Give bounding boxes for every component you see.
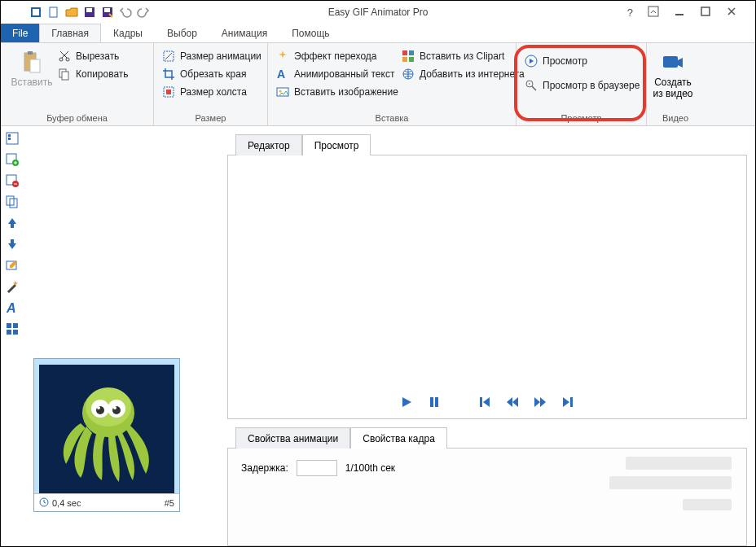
svg-rect-8 xyxy=(675,14,683,15)
help-icon[interactable]: ? xyxy=(627,7,633,19)
svg-rect-25 xyxy=(402,57,407,62)
save-icon[interactable] xyxy=(83,6,96,19)
frames-list-icon[interactable] xyxy=(5,131,20,146)
transition-button[interactable]: Эффект перехода xyxy=(276,50,398,63)
tab-main[interactable]: Главная xyxy=(39,24,101,42)
anim-text-button[interactable]: A Анимированный текст xyxy=(276,68,398,81)
tab-frame-props[interactable]: Свойства кадра xyxy=(350,427,447,449)
group-label-preview: Просмотр xyxy=(516,111,646,125)
tab-anim-props[interactable]: Свойства анимации xyxy=(235,427,350,449)
svg-rect-45 xyxy=(13,323,18,328)
tab-frames[interactable]: Кадры xyxy=(101,24,155,42)
svg-point-22 xyxy=(279,90,282,93)
play-button[interactable] xyxy=(400,396,413,413)
svg-rect-60 xyxy=(480,397,482,407)
delay-input[interactable] xyxy=(297,460,337,476)
placeholder-block xyxy=(609,476,732,489)
minimize-button[interactable] xyxy=(674,6,685,20)
svg-rect-19 xyxy=(166,90,171,94)
last-button[interactable] xyxy=(561,396,574,413)
move-up-icon[interactable] xyxy=(5,216,20,230)
from-internet-button[interactable]: Добавить из интернета xyxy=(402,68,525,81)
frame-properties-panel: Задержка: 1/100th сек xyxy=(227,449,747,546)
close-button[interactable] xyxy=(726,6,737,20)
tab-select[interactable]: Выбор xyxy=(155,24,209,42)
ribbon-toggle-icon[interactable] xyxy=(648,6,659,20)
tab-help[interactable]: Помощь xyxy=(279,24,341,42)
crop-icon xyxy=(162,68,175,81)
delay-label: Задержка: xyxy=(241,462,288,474)
clipart-icon xyxy=(402,50,415,63)
svg-rect-32 xyxy=(8,134,11,137)
undo-icon[interactable] xyxy=(119,6,132,19)
resize-icon xyxy=(162,50,175,63)
svg-rect-2 xyxy=(50,7,57,17)
text-tool-icon[interactable]: A xyxy=(5,300,20,315)
first-button[interactable] xyxy=(478,396,491,413)
ribbon: Вставить Вырезать Копировать xyxy=(1,43,755,126)
svg-rect-58 xyxy=(430,397,433,407)
maximize-button[interactable] xyxy=(700,6,711,20)
tab-editor[interactable]: Редактор xyxy=(235,134,302,155)
duplicate-frame-icon[interactable] xyxy=(5,195,20,209)
preview-canvas xyxy=(228,155,746,389)
next-button[interactable] xyxy=(534,396,547,413)
frame-duration: 0,4 sec xyxy=(52,498,81,508)
add-frame-icon[interactable] xyxy=(5,152,20,167)
cut-button[interactable]: Вырезать xyxy=(58,50,129,63)
video-icon xyxy=(660,50,686,76)
text-anim-icon: A xyxy=(276,68,289,81)
frame-index: #5 xyxy=(165,498,174,508)
create-from-video-button[interactable]: Создать из видео xyxy=(650,48,696,100)
move-down-icon[interactable] xyxy=(5,237,20,252)
magic-wand-icon[interactable] xyxy=(5,279,20,294)
svg-rect-61 xyxy=(570,397,573,407)
anim-size-button[interactable]: Размер анимации xyxy=(162,50,262,63)
prev-button[interactable] xyxy=(506,396,519,413)
playback-controls xyxy=(228,389,746,418)
crop-button[interactable]: Обрезать края xyxy=(162,68,262,81)
grid-view-icon[interactable] xyxy=(5,322,20,336)
svg-rect-11 xyxy=(28,51,33,55)
svg-rect-47 xyxy=(13,330,18,335)
save-as-icon[interactable] xyxy=(101,6,114,19)
insert-image-button[interactable]: Вставить изображение xyxy=(276,85,398,98)
preview-button[interactable]: Просмотр xyxy=(525,55,640,68)
preview-area xyxy=(227,155,747,419)
redo-icon[interactable] xyxy=(137,6,150,19)
open-icon[interactable] xyxy=(65,6,78,19)
svg-rect-16 xyxy=(62,72,68,80)
frame-thumbnail[interactable]: 0,4 sec #5 xyxy=(33,358,180,512)
svg-rect-6 xyxy=(104,8,110,12)
tab-preview[interactable]: Просмотр xyxy=(302,134,371,155)
clipart-button[interactable]: Вставить из Clipart xyxy=(402,50,525,63)
copy-button[interactable]: Копировать xyxy=(58,68,129,81)
tab-file[interactable]: File xyxy=(1,24,39,42)
ribbon-tabs: File Главная Кадры Выбор Анимация Помощь xyxy=(1,24,755,43)
remove-frame-icon[interactable] xyxy=(5,173,20,188)
delay-unit: 1/100th сек xyxy=(345,462,395,474)
globe-icon xyxy=(402,68,415,81)
clock-icon xyxy=(39,497,49,509)
svg-rect-40 xyxy=(11,224,14,228)
preview-browser-button[interactable]: Просмотр в браузере xyxy=(525,79,640,92)
frame-image xyxy=(39,365,174,493)
frames-panel: 0,4 sec #5 xyxy=(24,126,227,546)
svg-rect-23 xyxy=(402,50,407,55)
tab-animation[interactable]: Анимация xyxy=(209,24,279,42)
placeholder-block xyxy=(683,499,732,510)
canvas-size-button[interactable]: Размер холста xyxy=(162,85,262,98)
vertical-toolbar: A xyxy=(1,126,24,546)
svg-rect-33 xyxy=(8,138,11,140)
group-label-video: Видео xyxy=(647,111,704,125)
pause-button[interactable] xyxy=(428,396,441,413)
placeholder-block xyxy=(626,457,732,470)
svg-rect-4 xyxy=(86,8,92,12)
play-circle-icon xyxy=(525,55,538,68)
svg-text:A: A xyxy=(6,301,16,315)
edit-image-icon[interactable] xyxy=(5,258,20,273)
paste-button[interactable]: Вставить xyxy=(9,48,55,89)
scissors-icon xyxy=(58,50,71,63)
image-icon xyxy=(276,85,289,98)
new-icon[interactable] xyxy=(47,6,60,19)
